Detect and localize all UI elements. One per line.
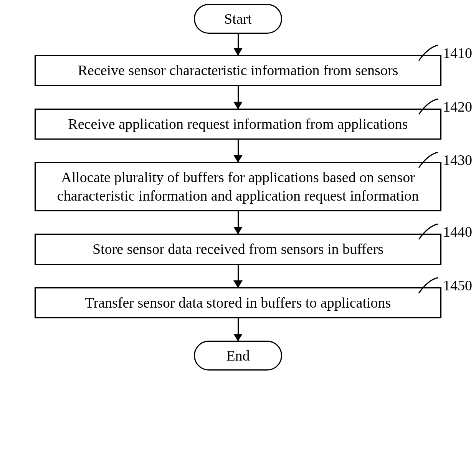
step-id-1430: 1430 (443, 152, 472, 168)
process-text-1430: Allocate plurality of buffers for applic… (43, 168, 433, 205)
arrow-connector (19, 140, 457, 162)
step-label-1440: 1440 (417, 222, 472, 241)
process-box-1430: Allocate plurality of buffers for applic… (35, 162, 441, 211)
step-label-1410: 1410 (417, 43, 472, 63)
step-wrapper-1430: 1430 Allocate plurality of buffers for a… (35, 162, 441, 211)
step-label-1430: 1430 (417, 150, 472, 170)
arrow-icon (238, 86, 239, 109)
flowchart-container: Start 1410 Receive sensor characteristic… (19, 4, 457, 371)
step-label-1420: 1420 (417, 97, 472, 116)
terminal-start-label: Start (224, 10, 252, 27)
step-id-1440: 1440 (443, 223, 472, 240)
terminal-start: Start (194, 4, 282, 34)
leader-line-icon (417, 43, 440, 63)
arrow-connector (19, 211, 457, 234)
arrow-icon (238, 318, 239, 341)
step-label-1450: 1450 (417, 276, 472, 295)
step-wrapper-1410: 1410 Receive sensor characteristic infor… (35, 55, 441, 86)
process-box-1420: Receive application request information … (35, 109, 441, 140)
arrow-icon (238, 265, 239, 287)
arrow-icon (238, 34, 239, 55)
step-id-1420: 1420 (443, 98, 472, 115)
arrow-connector (19, 34, 457, 55)
arrow-connector (19, 265, 457, 287)
step-wrapper-1440: 1440 Store sensor data received from sen… (35, 234, 441, 265)
leader-line-icon (417, 222, 440, 241)
terminal-end-label: End (226, 347, 250, 364)
step-id-1410: 1410 (443, 44, 472, 61)
arrow-icon (238, 140, 239, 162)
leader-line-icon (417, 276, 440, 295)
step-wrapper-1420: 1420 Receive application request informa… (35, 109, 441, 140)
step-id-1450: 1450 (443, 277, 472, 294)
arrow-connector (19, 86, 457, 109)
leader-line-icon (417, 150, 440, 170)
arrow-icon (238, 211, 239, 234)
process-box-1410: Receive sensor characteristic informatio… (35, 55, 441, 86)
process-box-1440: Store sensor data received from sensors … (35, 234, 441, 265)
process-box-1450: Transfer sensor data stored in buffers t… (35, 287, 441, 319)
process-text-1450: Transfer sensor data stored in buffers t… (85, 294, 391, 312)
step-wrapper-1450: 1450 Transfer sensor data stored in buff… (35, 287, 441, 319)
leader-line-icon (417, 97, 440, 116)
terminal-end: End (194, 341, 282, 371)
arrow-connector (19, 318, 457, 341)
process-text-1440: Store sensor data received from sensors … (93, 240, 383, 259)
process-text-1420: Receive application request information … (68, 115, 408, 133)
process-text-1410: Receive sensor characteristic informatio… (78, 61, 398, 80)
